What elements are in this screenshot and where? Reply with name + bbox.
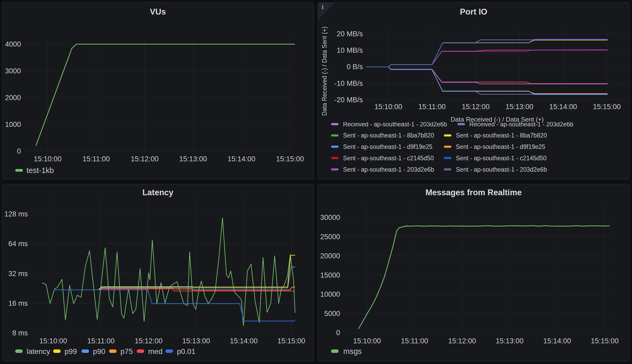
svg-text:Port IO: Port IO [460, 7, 487, 16]
svg-text:128 ms: 128 ms [4, 210, 28, 218]
svg-text:15:12:00: 15:12:00 [448, 337, 476, 345]
svg-text:25000: 25000 [320, 233, 340, 241]
svg-text:Data Received (-) / Data Sent: Data Received (-) / Data Sent (+) [321, 26, 328, 116]
svg-text:Sent - ap-southeast-1 - 8ba7b8: Sent - ap-southeast-1 - 8ba7b820 [343, 132, 434, 139]
svg-text:15:15:00: 15:15:00 [276, 155, 304, 163]
svg-text:15:14:00: 15:14:00 [543, 337, 571, 345]
svg-text:15:11:00: 15:11:00 [418, 103, 446, 111]
svg-text:p0.01: p0.01 [177, 347, 195, 356]
svg-text:15:10:00: 15:10:00 [374, 103, 402, 111]
svg-text:15:10:00: 15:10:00 [353, 337, 381, 345]
svg-text:Sent - ap-southeast-1 - c2145d: Sent - ap-southeast-1 - c2145d50 [456, 155, 547, 162]
svg-text:15:13:00: 15:13:00 [496, 337, 523, 345]
svg-text:Messages from Realtime: Messages from Realtime [425, 188, 522, 197]
svg-text:16 ms: 16 ms [8, 299, 28, 307]
svg-text:Sent - ap-southeast-1 - c2145d: Sent - ap-southeast-1 - c2145d50 [343, 155, 434, 162]
svg-text:p75: p75 [121, 347, 133, 356]
svg-text:4000: 4000 [5, 40, 21, 48]
svg-text:-10 MB/s: -10 MB/s [334, 79, 363, 87]
svg-text:Sent - ap-southeast-1 - d9f19e: Sent - ap-southeast-1 - d9f19e25 [343, 143, 433, 150]
svg-text:msgs: msgs [343, 347, 362, 356]
svg-text:0: 0 [17, 147, 21, 155]
svg-text:i: i [322, 3, 324, 10]
svg-text:Sent - ap-southeast-1 - d9f19e: Sent - ap-southeast-1 - d9f19e25 [456, 143, 545, 150]
svg-text:15:14:00: 15:14:00 [549, 103, 577, 111]
svg-text:Data Received (-) / Data Sent: Data Received (-) / Data Sent (+) [451, 116, 544, 123]
svg-text:2000: 2000 [5, 94, 21, 102]
svg-text:Latency: Latency [142, 188, 173, 197]
svg-text:-20 MB/s: -20 MB/s [334, 96, 363, 104]
svg-text:8 ms: 8 ms [12, 329, 28, 337]
svg-text:15:12:00: 15:12:00 [135, 337, 162, 345]
svg-text:30000: 30000 [320, 214, 340, 221]
svg-text:p90: p90 [93, 347, 105, 356]
svg-text:5000: 5000 [324, 310, 340, 318]
svg-text:15:14:00: 15:14:00 [230, 337, 258, 345]
svg-text:15:14:00: 15:14:00 [228, 155, 255, 163]
svg-text:0 B/s: 0 B/s [346, 63, 363, 71]
svg-text:test-1kb: test-1kb [26, 166, 54, 175]
svg-text:32 ms: 32 ms [8, 270, 28, 278]
svg-text:15:11:00: 15:11:00 [401, 337, 428, 345]
svg-text:15:12:00: 15:12:00 [462, 103, 489, 111]
svg-text:VUs: VUs [150, 7, 166, 16]
svg-text:3000: 3000 [5, 67, 21, 75]
svg-text:64 ms: 64 ms [8, 240, 28, 248]
svg-text:Sent - ap-southeast-1 - 203d2e: Sent - ap-southeast-1 - 203d2e6b [456, 166, 547, 173]
svg-text:Sent - ap-southeast-1 - 203d2e: Sent - ap-southeast-1 - 203d2e6b [343, 166, 434, 173]
svg-text:Sent - ap-southeast-1 - 8ba7b8: Sent - ap-southeast-1 - 8ba7b820 [456, 132, 547, 139]
svg-text:15:11:00: 15:11:00 [87, 337, 114, 345]
svg-text:med: med [148, 347, 162, 356]
svg-text:10 MB/s: 10 MB/s [337, 46, 363, 54]
svg-text:15:15:00: 15:15:00 [593, 103, 621, 111]
svg-text:15:15:00: 15:15:00 [591, 337, 618, 345]
svg-text:15:15:00: 15:15:00 [277, 337, 305, 345]
svg-text:20000: 20000 [320, 252, 340, 260]
svg-text:p99: p99 [65, 347, 77, 356]
svg-text:10000: 10000 [320, 290, 340, 298]
svg-text:15:13:00: 15:13:00 [182, 337, 210, 345]
svg-text:15:10:00: 15:10:00 [34, 155, 61, 163]
svg-text:latency: latency [27, 347, 50, 356]
svg-text:15:11:00: 15:11:00 [82, 155, 110, 163]
svg-text:15:12:00: 15:12:00 [131, 155, 159, 163]
svg-text:20 MB/s: 20 MB/s [337, 30, 363, 38]
svg-text:15:13:00: 15:13:00 [505, 103, 533, 111]
svg-text:15:13:00: 15:13:00 [179, 155, 207, 163]
svg-text:15:10:00: 15:10:00 [39, 337, 67, 345]
svg-text:1000: 1000 [5, 121, 21, 128]
svg-text:0: 0 [336, 329, 340, 337]
svg-text:15000: 15000 [320, 271, 340, 279]
